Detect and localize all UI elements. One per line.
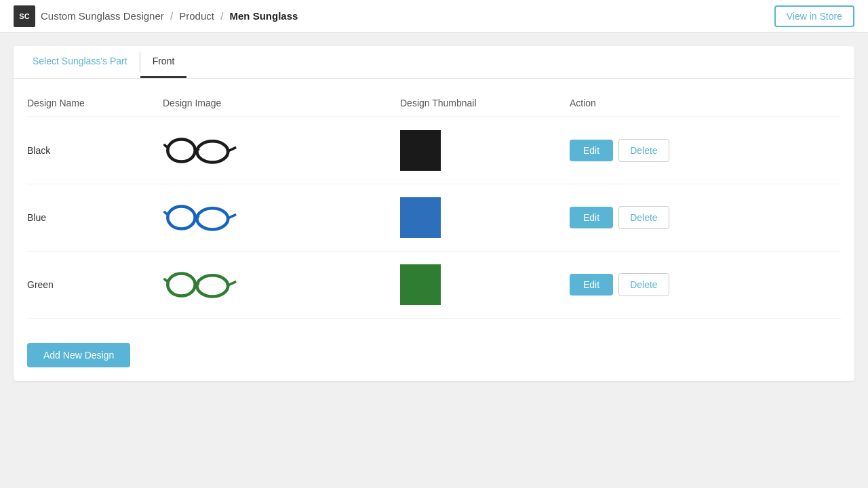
thumbnail-color-black — [400, 130, 441, 171]
tab-front[interactable]: Front — [140, 46, 187, 78]
breadcrumb: Custom Sunglass Designer / Product / Men… — [41, 10, 298, 22]
design-thumbnail-black — [400, 130, 570, 171]
svg-point-2 — [167, 207, 195, 229]
sunglass-image-green — [163, 261, 237, 308]
col-design-thumbnail: Design Thumbnail — [400, 98, 570, 108]
design-name-blue: Blue — [27, 212, 163, 223]
delete-button-black[interactable]: Delete — [618, 139, 669, 162]
table-header: Design Name Design Image Design Thumbnai… — [27, 92, 841, 117]
edit-button-blue[interactable]: Edit — [570, 207, 613, 228]
design-name-black: Black — [27, 145, 163, 156]
design-image-black — [163, 127, 400, 174]
header-left: SC Custom Sunglass Designer / Product / … — [14, 5, 298, 27]
breadcrumb-sep-1: / — [170, 10, 176, 22]
svg-point-4 — [167, 274, 195, 296]
thumbnail-color-green — [400, 264, 441, 305]
design-table: Design Name Design Image Design Thumbnai… — [14, 79, 854, 332]
col-design-name: Design Name — [27, 98, 163, 108]
view-in-store-button[interactable]: View in Store — [774, 5, 854, 27]
breadcrumb-current: Men Sunglass — [230, 10, 298, 22]
svg-point-3 — [197, 208, 228, 229]
design-image-green — [163, 261, 400, 308]
svg-point-0 — [167, 140, 195, 162]
add-design-section: Add New Design — [14, 332, 854, 381]
thumbnail-color-blue — [400, 197, 441, 238]
breadcrumb-app: Custom Sunglass Designer — [41, 10, 164, 22]
add-new-design-button[interactable]: Add New Design — [27, 343, 130, 367]
app-logo: SC — [14, 5, 35, 27]
action-cell-black: Edit Delete — [570, 139, 841, 162]
delete-button-blue[interactable]: Delete — [618, 206, 669, 229]
edit-button-green[interactable]: Edit — [570, 274, 613, 296]
app-header: SC Custom Sunglass Designer / Product / … — [0, 0, 868, 33]
design-name-green: Green — [27, 279, 163, 290]
svg-point-1 — [197, 141, 228, 162]
main-content: Select Sunglass's Part Front Design Name… — [0, 33, 868, 394]
table-row: Black — [27, 117, 841, 184]
col-design-image: Design Image — [163, 98, 400, 108]
breadcrumb-product: Product — [179, 10, 214, 22]
col-action: Action — [570, 98, 841, 108]
edit-button-black[interactable]: Edit — [570, 140, 613, 161]
action-cell-green: Edit Delete — [570, 273, 841, 296]
table-row: Blue Edit — [27, 184, 841, 251]
sunglass-image-blue — [163, 194, 237, 241]
design-image-blue — [163, 194, 400, 241]
breadcrumb-sep-2: / — [220, 10, 226, 22]
table-row: Green Edit — [27, 251, 841, 319]
main-card: Select Sunglass's Part Front Design Name… — [14, 46, 854, 381]
design-thumbnail-blue — [400, 197, 570, 238]
action-cell-blue: Edit Delete — [570, 206, 841, 229]
delete-button-green[interactable]: Delete — [618, 273, 669, 296]
tab-select-part[interactable]: Select Sunglass's Part — [20, 46, 140, 78]
sunglass-image-black — [163, 127, 237, 174]
design-thumbnail-green — [400, 264, 570, 305]
svg-point-5 — [197, 275, 228, 296]
tabs-bar: Select Sunglass's Part Front — [14, 46, 854, 79]
